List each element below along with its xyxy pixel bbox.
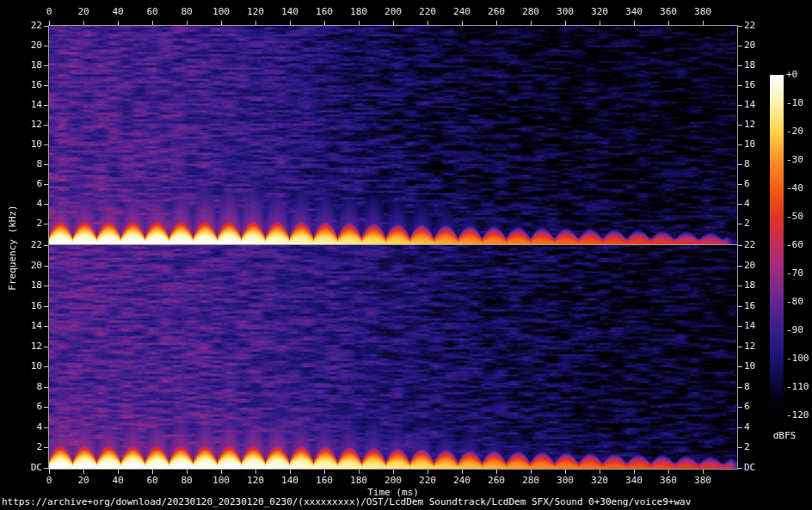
time-tick-mark: [359, 21, 360, 25]
time-tick-mark: [324, 21, 325, 25]
frequency-tick-mark: [44, 26, 48, 27]
frequency-tick-mark: [44, 286, 48, 286]
spectrogram-screenshot: { "footer": { "source_text": "https://ar…: [0, 0, 812, 510]
time-tick-mark: [600, 21, 600, 25]
frequency-tick-mark: [44, 46, 48, 46]
time-tick-mark: [668, 470, 669, 474]
time-tick-mark: [324, 470, 325, 474]
frequency-tick-mark: [44, 306, 48, 307]
frequency-tick-mark: [738, 447, 742, 448]
frequency-tick-label: 4: [744, 199, 750, 209]
time-tick-mark: [187, 21, 188, 25]
time-tick-mark: [118, 21, 119, 25]
frequency-tick-label: 22: [16, 21, 42, 31]
frequency-tick-label: 16: [744, 301, 755, 311]
frequency-tick-label: 14: [16, 100, 42, 110]
time-tick-mark: [703, 21, 704, 25]
frequency-tick-mark: [738, 286, 742, 286]
frequency-tick-label: 12: [744, 120, 755, 130]
frequency-tick-label: 20: [744, 40, 755, 51]
time-tick-mark: [531, 21, 532, 25]
time-tick-label: 260: [488, 7, 505, 17]
source-url-text: https://archive+org/download/20230120_20…: [2, 496, 691, 508]
time-tick-mark: [255, 470, 256, 474]
time-tick-label: 0: [46, 7, 52, 17]
time-tick-label: 280: [522, 476, 539, 486]
time-tick-label: 160: [316, 476, 333, 486]
frequency-tick-mark: [44, 245, 48, 246]
spectrogram-panel-channel-2: [48, 244, 738, 470]
time-tick-label: 0: [46, 476, 52, 486]
time-tick-label: 360: [660, 7, 677, 17]
time-tick-mark: [496, 470, 497, 474]
time-tick-mark: [83, 21, 84, 25]
colorbar-tick-label: -80: [786, 297, 803, 307]
frequency-tick-label: 22: [744, 240, 755, 250]
colorbar-tick-label: -110: [786, 382, 809, 392]
colorbar-tick-label: -60: [786, 240, 803, 250]
time-tick-label: 280: [522, 7, 539, 17]
time-tick-label: 300: [557, 476, 574, 486]
time-tick-mark: [634, 21, 635, 25]
frequency-tick-mark: [44, 427, 48, 428]
colorbar-tick-label: -40: [786, 183, 803, 194]
frequency-tick-label: 14: [744, 321, 755, 331]
frequency-tick-mark: [738, 407, 742, 408]
time-tick-label: 100: [212, 476, 230, 486]
time-tick-label: 240: [453, 476, 471, 486]
frequency-tick-mark: [738, 204, 742, 205]
frequency-tick-mark: [44, 164, 48, 165]
time-tick-label: 80: [181, 476, 192, 486]
colorbar-tick-label: +0: [786, 70, 797, 80]
colorbar-tick-label: -50: [786, 212, 803, 222]
frequency-tick-label: 8: [744, 159, 750, 169]
time-tick-mark: [600, 470, 600, 474]
colorbar-tick-label: -30: [786, 155, 803, 165]
frequency-tick-label: 8: [744, 382, 750, 392]
time-tick-mark: [703, 470, 704, 474]
frequency-tick-label: DC: [744, 463, 755, 473]
frequency-tick-mark: [44, 266, 48, 267]
frequency-tick-label: 18: [744, 280, 755, 291]
frequency-axis-title: Frequency (kHz): [7, 205, 18, 290]
time-tick-label: 320: [591, 476, 608, 486]
time-tick-label: 300: [557, 7, 574, 17]
frequency-tick-mark: [738, 266, 742, 267]
time-tick-mark: [462, 21, 463, 25]
time-tick-mark: [187, 470, 188, 474]
frequency-tick-label: 18: [16, 280, 42, 291]
frequency-tick-mark: [44, 468, 48, 469]
frequency-tick-label: 12: [16, 120, 42, 130]
frequency-tick-label: 12: [744, 341, 755, 352]
frequency-tick-mark: [44, 204, 48, 205]
frequency-tick-label: 8: [16, 159, 42, 169]
frequency-tick-mark: [738, 245, 742, 246]
time-tick-label: 220: [419, 7, 436, 17]
colorbar-tick-label: -100: [786, 353, 809, 364]
frequency-tick-label: 12: [16, 341, 42, 352]
frequency-tick-mark: [44, 105, 48, 106]
frequency-tick-mark: [738, 468, 742, 469]
frequency-tick-mark: [44, 184, 48, 185]
time-tick-label: 240: [453, 7, 471, 17]
frequency-tick-label: 4: [16, 199, 42, 209]
time-tick-mark: [221, 470, 222, 474]
time-tick-mark: [565, 470, 566, 474]
time-tick-label: 20: [77, 7, 89, 17]
time-tick-mark: [496, 21, 497, 25]
time-tick-mark: [49, 21, 50, 25]
frequency-tick-mark: [738, 65, 742, 66]
spectrogram-panel-channel-1: [48, 25, 738, 245]
time-tick-label: 320: [591, 7, 608, 17]
frequency-tick-mark: [738, 326, 742, 327]
time-tick-mark: [359, 470, 360, 474]
colorbar-tick-label: -90: [786, 325, 803, 335]
frequency-tick-label: 10: [16, 361, 42, 372]
frequency-tick-label: 14: [16, 321, 42, 331]
time-tick-mark: [221, 21, 222, 25]
time-tick-label: 80: [181, 7, 192, 17]
time-tick-mark: [668, 21, 669, 25]
time-tick-mark: [634, 470, 635, 474]
time-tick-mark: [428, 470, 428, 474]
time-tick-label: 160: [316, 7, 333, 17]
